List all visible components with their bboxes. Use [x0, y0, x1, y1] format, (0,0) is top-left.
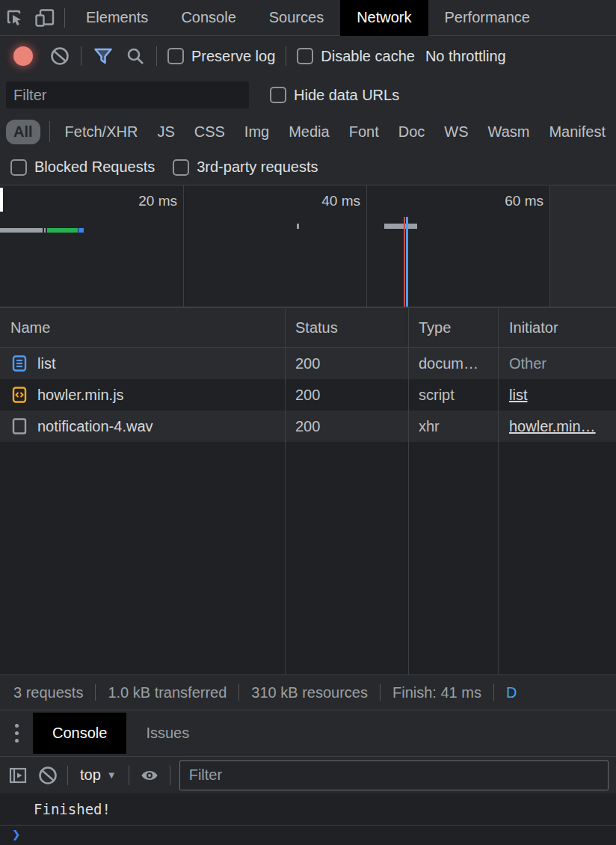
- request-status: 200: [285, 387, 408, 404]
- hide-data-urls-checkbox[interactable]: [270, 87, 286, 103]
- column-header-name[interactable]: Name: [0, 319, 285, 337]
- tab-console[interactable]: Console: [164, 0, 252, 36]
- live-expression-eye-icon[interactable]: [138, 765, 161, 786]
- hide-data-urls-label: Hide data URLs: [294, 87, 399, 104]
- search-icon[interactable]: [125, 46, 146, 67]
- filter-pill-fetch-xhr[interactable]: Fetch/XHR: [59, 120, 144, 144]
- disable-cache-control: Disable cache: [297, 48, 415, 65]
- disable-cache-checkbox[interactable]: [297, 48, 313, 64]
- clear-icon[interactable]: [49, 46, 70, 67]
- drawer-menu-icon[interactable]: [0, 724, 33, 743]
- tab-elements[interactable]: Elements: [70, 0, 164, 36]
- divider: [95, 684, 96, 701]
- request-name: notification-4.wav: [37, 418, 153, 435]
- divider: [129, 766, 129, 785]
- divider: [156, 46, 157, 66]
- divider: [380, 684, 381, 701]
- request-name: list: [37, 355, 55, 372]
- tab-network[interactable]: Network: [340, 0, 428, 36]
- timeline-window-handle[interactable]: [0, 188, 3, 212]
- preserve-log-checkbox[interactable]: [167, 48, 184, 64]
- load-event-marker: [404, 217, 405, 307]
- request-name: howler.min.js: [37, 387, 124, 404]
- filter-pill-img[interactable]: Img: [238, 120, 275, 144]
- divider: [170, 766, 170, 785]
- console-prompt[interactable]: ❯: [0, 826, 616, 844]
- filter-pill-doc[interactable]: Doc: [392, 120, 431, 144]
- waterfall-bar-list-waiting: [0, 228, 43, 233]
- third-party-checkbox[interactable]: [173, 159, 189, 176]
- drawer-tab-console[interactable]: Console: [33, 713, 126, 754]
- preserve-log-control: Preserve log: [167, 48, 275, 65]
- inspect-element-icon[interactable]: [0, 0, 30, 36]
- network-overview-timeline[interactable]: 20 ms 40 ms 60 ms: [0, 185, 616, 308]
- preserve-log-label: Preserve log: [191, 48, 275, 65]
- divider: [67, 766, 68, 785]
- blocked-requests-checkbox[interactable]: [10, 159, 27, 176]
- console-message-text: Finished!: [34, 801, 111, 817]
- request-filter-row: Blocked Requests 3rd-party requests: [0, 150, 616, 185]
- network-filter-input[interactable]: [6, 82, 249, 108]
- network-filter-row: Hide data URLs: [0, 76, 616, 114]
- column-rule[interactable]: [408, 308, 409, 675]
- blocked-requests-control: Blocked Requests: [10, 159, 155, 176]
- console-message[interactable]: Finished!: [0, 793, 616, 826]
- column-header-status[interactable]: Status: [285, 319, 408, 337]
- waterfall-bar-howler: [297, 224, 299, 229]
- column-header-type[interactable]: Type: [408, 319, 499, 337]
- table-row[interactable]: howler.min.js 200 script list: [0, 379, 616, 411]
- filter-pill-wasm[interactable]: Wasm: [482, 120, 536, 144]
- record-button[interactable]: [13, 46, 33, 66]
- resource-icon: [10, 417, 28, 435]
- network-summary-bar: 3 requests 1.0 kB transferred 310 kB res…: [0, 675, 616, 710]
- filter-pill-media[interactable]: Media: [283, 120, 335, 144]
- console-sidebar-icon[interactable]: [7, 765, 28, 786]
- summary-resources: 310 kB resources: [251, 684, 368, 701]
- divider: [49, 121, 50, 142]
- column-rule[interactable]: [498, 308, 499, 675]
- drawer-tabbar: Console Issues: [0, 710, 616, 756]
- prompt-chevron-icon: ❯: [12, 826, 20, 842]
- filter-pill-ws[interactable]: WS: [438, 120, 474, 144]
- filter-icon[interactable]: [92, 45, 114, 67]
- table-row[interactable]: notification-4.wav 200 xhr howler.min…: [0, 411, 616, 442]
- summary-domcontentloaded: D: [506, 684, 517, 701]
- filter-pill-font[interactable]: Font: [343, 120, 385, 144]
- divider: [286, 46, 286, 66]
- initiator-link[interactable]: list: [509, 387, 527, 403]
- context-selector[interactable]: top ▼: [77, 766, 120, 784]
- dcl-event-marker: [406, 217, 408, 307]
- request-status: 200: [285, 418, 408, 435]
- drawer-tab-issues[interactable]: Issues: [126, 713, 209, 754]
- waterfall-tick: [44, 228, 46, 233]
- request-type: docum…: [408, 355, 499, 372]
- summary-finish: Finish: 41 ms: [392, 684, 481, 701]
- throttling-select[interactable]: No throttling: [425, 48, 506, 65]
- request-type: xhr: [408, 418, 499, 435]
- device-toolbar-icon[interactable]: [30, 0, 60, 36]
- clear-console-icon[interactable]: [37, 765, 58, 786]
- filter-pill-css[interactable]: CSS: [188, 120, 231, 144]
- filter-pill-js[interactable]: JS: [151, 120, 180, 144]
- devtools-window: Elements Console Sources Network Perform…: [0, 0, 616, 845]
- tab-sources[interactable]: Sources: [253, 0, 340, 36]
- main-tabbar: Elements Console Sources Network Perform…: [0, 0, 616, 36]
- network-toolbar: Preserve log Disable cache No throttling: [0, 36, 616, 76]
- column-header-initiator[interactable]: Initiator: [499, 319, 616, 337]
- hide-data-urls-control: Hide data URLs: [270, 87, 399, 104]
- tab-performance[interactable]: Performance: [428, 0, 547, 36]
- table-row[interactable]: list 200 docum… Other: [0, 348, 616, 379]
- type-filter-row: All Fetch/XHR JS CSS Img Media Font Doc …: [0, 114, 616, 150]
- table-header: Name Status Type Initiator: [0, 308, 616, 348]
- divider: [64, 8, 65, 28]
- filter-pill-all[interactable]: All: [6, 120, 40, 144]
- third-party-label: 3rd-party requests: [197, 159, 318, 176]
- column-rule[interactable]: [285, 308, 286, 675]
- divider: [81, 46, 81, 66]
- requests-table: Name Status Type Initiator list 200 docu…: [0, 308, 616, 675]
- initiator-link[interactable]: howler.min…: [509, 418, 596, 434]
- console-filter-input[interactable]: [179, 760, 609, 790]
- filter-pill-manifest[interactable]: Manifest: [543, 120, 612, 144]
- document-icon: [10, 354, 28, 372]
- chevron-down-icon: ▼: [107, 769, 117, 781]
